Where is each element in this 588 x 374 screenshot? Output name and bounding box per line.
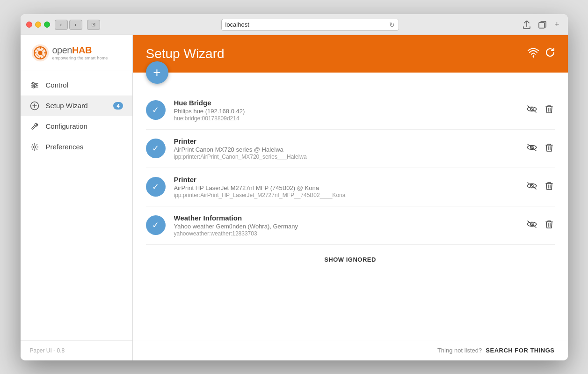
duplicate-tab-button[interactable] <box>536 20 549 30</box>
sidebar-label-setup-wizard: Setup Wizard <box>46 102 107 110</box>
hide-thing-weather[interactable] <box>525 219 539 232</box>
url-text: localhost <box>225 21 249 28</box>
sidebar-item-setup-wizard[interactable]: Setup Wizard 4 <box>21 95 132 116</box>
delete-thing-printer-1[interactable] <box>544 141 555 156</box>
logo-brand: openHAB <box>52 45 92 56</box>
browser-actions: + <box>520 20 562 30</box>
sidebar-footer: Paper UI - 0.8 <box>21 340 132 360</box>
address-bar[interactable]: localhost ↻ <box>221 19 399 31</box>
page-title: Setup Wizard <box>146 46 225 61</box>
thing-name-hue-bridge: Hue Bridge <box>174 99 516 107</box>
thing-name-printer-1: Printer <box>174 137 516 145</box>
reload-icon[interactable]: ↻ <box>389 21 395 29</box>
hide-thing-printer-2[interactable] <box>525 180 539 194</box>
search-for-things-button[interactable]: SEARCH FOR THINGS <box>486 347 554 354</box>
thing-info-printer-2: Printer AirPrint HP LaserJet M2727nf MFP… <box>174 176 516 198</box>
delete-thing-hue-bridge[interactable] <box>544 103 555 118</box>
thing-item-hue-bridge: ✓ Hue Bridge Philips hue (192.168.0.42) … <box>146 91 555 130</box>
sidebar-item-configuration[interactable]: Configuration <box>21 116 132 137</box>
svg-point-9 <box>33 86 35 88</box>
layout-icon: ⊡ <box>91 22 95 28</box>
main-content: Setup Wizard <box>133 35 568 360</box>
hide-thing-hue-bridge[interactable] <box>525 103 539 117</box>
logo-hab: HAB <box>72 45 92 55</box>
thing-id-weather: yahooweather:weather:12833703 <box>174 230 516 237</box>
svg-point-14 <box>532 55 534 57</box>
minimize-button[interactable] <box>35 22 41 28</box>
add-circle-icon <box>30 101 39 110</box>
thing-actions-hue-bridge <box>525 103 555 118</box>
thing-status-hue-bridge: ✓ <box>146 100 166 120</box>
app-container: openHAB empowering the smart home <box>21 35 568 360</box>
setup-wizard-badge: 4 <box>113 102 123 110</box>
delete-thing-printer-2[interactable] <box>544 179 555 195</box>
nav-buttons: ‹ › <box>55 20 82 30</box>
sidebar: openHAB empowering the smart home <box>21 35 133 360</box>
address-bar-container: localhost ↻ <box>105 19 515 31</box>
delete-thing-weather[interactable] <box>544 218 555 233</box>
thing-actions-printer-1 <box>525 141 555 156</box>
svg-point-13 <box>33 146 36 148</box>
thing-desc-hue-bridge: Philips hue (192.168.0.42) <box>174 108 516 115</box>
sidebar-nav: Control Setup Wizard 4 <box>21 71 132 340</box>
add-thing-button[interactable]: + <box>146 61 168 84</box>
gear-icon <box>30 142 39 152</box>
show-ignored-button[interactable]: SHOW IGNORED <box>319 253 382 266</box>
svg-point-7 <box>32 82 34 84</box>
browser-chrome: ‹ › ⊡ localhost ↻ <box>21 14 568 35</box>
thing-info-printer-1: Printer AirPrint Canon MX720 series @ Ha… <box>174 137 516 160</box>
things-list: ✓ Hue Bridge Philips hue (192.168.0.42) … <box>133 73 568 340</box>
main-header: Setup Wizard <box>133 35 568 73</box>
sidebar-label-control: Control <box>46 81 123 89</box>
logo-open: open <box>52 45 73 55</box>
thing-actions-printer-2 <box>525 179 555 195</box>
check-icon: ✓ <box>152 105 159 115</box>
antenna-icon[interactable] <box>528 47 539 60</box>
sidebar-label-configuration: Configuration <box>46 122 123 130</box>
show-ignored-container: SHOW IGNORED <box>146 245 555 271</box>
browser-window: ‹ › ⊡ localhost ↻ <box>21 14 568 360</box>
thing-status-printer-2: ✓ <box>146 177 166 197</box>
thing-id-printer-2: ipp:printer:AirPrint_HP_LaserJet_M2727nf… <box>174 192 516 198</box>
thing-id-hue-bridge: hue:bridge:00178809d214 <box>174 115 516 122</box>
layout-button[interactable]: ⊡ <box>87 20 100 30</box>
sliders-icon <box>30 81 39 90</box>
maximize-button[interactable] <box>44 22 50 28</box>
openhab-logo-icon <box>30 43 51 63</box>
back-button[interactable]: ‹ <box>55 20 68 30</box>
new-tab-button[interactable]: + <box>552 20 562 30</box>
back-icon: ‹ <box>60 21 62 28</box>
check-icon: ✓ <box>152 182 159 192</box>
close-button[interactable] <box>26 22 32 28</box>
forward-icon: › <box>74 21 76 28</box>
thing-info-hue-bridge: Hue Bridge Philips hue (192.168.0.42) hu… <box>174 99 516 122</box>
wrench-icon <box>30 122 39 131</box>
refresh-icon[interactable] <box>545 47 555 60</box>
thing-name-weather: Weather Information <box>174 214 516 222</box>
main-footer: Thing not listed? SEARCH FOR THINGS <box>133 340 568 360</box>
thing-actions-weather <box>525 218 555 233</box>
thing-desc-weather: Yahoo weather Gemünden (Wohra), Germany <box>174 223 516 230</box>
thing-id-printer-1: ipp:printer:AirPrint_Canon_MX720_series_… <box>174 154 516 160</box>
header-icons <box>528 47 555 60</box>
hide-thing-printer-1[interactable] <box>525 142 539 155</box>
sidebar-logo: openHAB empowering the smart home <box>21 35 132 71</box>
logo-tagline: empowering the smart home <box>52 56 108 60</box>
thing-info-weather: Weather Information Yahoo weather Gemünd… <box>174 214 516 237</box>
sidebar-item-preferences[interactable]: Preferences <box>21 137 132 157</box>
sidebar-item-control[interactable]: Control <box>21 75 132 95</box>
traffic-lights <box>26 22 50 28</box>
forward-button[interactable]: › <box>69 20 82 30</box>
svg-rect-0 <box>539 22 544 28</box>
check-icon: ✓ <box>152 220 159 230</box>
svg-point-8 <box>35 84 36 86</box>
share-button[interactable] <box>520 20 533 30</box>
sidebar-label-preferences: Preferences <box>46 143 123 151</box>
thing-status-printer-1: ✓ <box>146 139 166 158</box>
thing-item-weather: ✓ Weather Information Yahoo weather Gemü… <box>146 206 555 245</box>
check-icon: ✓ <box>152 143 159 154</box>
logo-text: openHAB empowering the smart home <box>52 45 108 60</box>
thing-name-printer-2: Printer <box>174 176 516 183</box>
thing-item-printer-2: ✓ Printer AirPrint HP LaserJet M2727nf M… <box>146 168 555 206</box>
thing-desc-printer-1: AirPrint Canon MX720 series @ Haleiwa <box>174 146 516 153</box>
